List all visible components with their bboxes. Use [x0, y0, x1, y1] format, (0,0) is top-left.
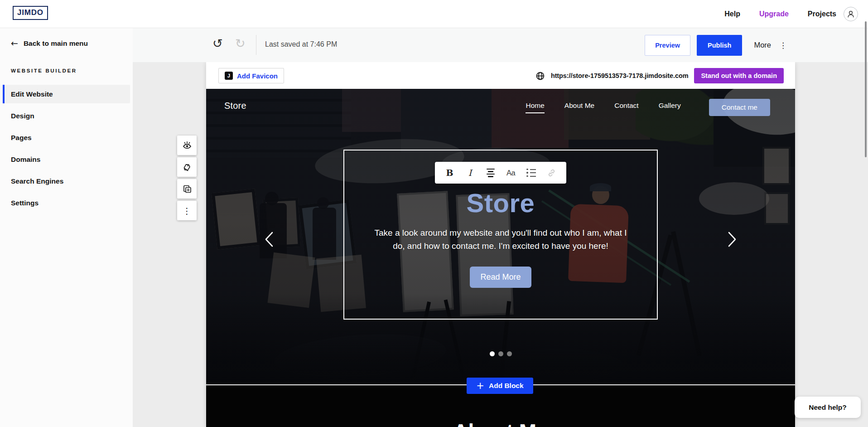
bullet-list-icon — [526, 169, 536, 177]
bold-button[interactable]: B — [442, 165, 458, 180]
site-nav-contact[interactable]: Contact — [614, 102, 638, 113]
favicon-placeholder-icon: J — [225, 72, 233, 80]
page-scrollbar[interactable] — [865, 21, 867, 157]
site-meta-bar: J Add Favicon https://store-1759513573-7… — [206, 62, 795, 89]
toolbar-divider — [256, 35, 256, 55]
header-nav: Help Upgrade Projects — [724, 0, 836, 28]
about-me-heading: About Me — [206, 419, 795, 427]
italic-button[interactable]: I — [463, 165, 478, 180]
add-favicon-button[interactable]: J Add Favicon — [218, 68, 284, 83]
read-more-button[interactable]: Read More — [470, 267, 531, 288]
site-url: https://store-1759513573-7178.jimdosite.… — [551, 72, 689, 79]
toolbar-actions: Preview Publish More ⋮ — [645, 28, 789, 62]
sidebar-item-design[interactable]: Design — [3, 107, 130, 125]
hero-paragraph[interactable]: Take a look around my website and you'll… — [206, 226, 795, 252]
account-avatar[interactable] — [844, 7, 858, 21]
link-button[interactable] — [544, 165, 559, 180]
stand-out-domain-button[interactable]: Stand out with a domain — [694, 68, 784, 83]
carousel-prev-icon[interactable] — [264, 231, 274, 247]
tags-icon — [182, 162, 193, 173]
jimdo-logo[interactable]: JIMDO — [13, 6, 48, 20]
sidebar-item-pages[interactable]: Pages — [3, 128, 130, 147]
globe-icon — [535, 71, 545, 81]
app-header: JIMDO Help Upgrade Projects — [0, 0, 868, 28]
carousel-dot-2[interactable] — [498, 351, 503, 356]
undo-icon[interactable]: ↺ — [212, 37, 223, 49]
hero-title[interactable]: Store — [206, 188, 795, 218]
copy-icon — [182, 184, 193, 194]
site-nav-gallery[interactable]: Gallery — [659, 102, 681, 113]
text-edit-toolbar: B I Aa — [435, 162, 566, 184]
link-icon — [547, 168, 556, 178]
upgrade-link[interactable]: Upgrade — [759, 10, 789, 18]
plus-icon: + — [476, 381, 484, 391]
projects-link[interactable]: Projects — [808, 10, 836, 18]
publish-button[interactable]: Publish — [697, 35, 742, 56]
site-url-group: https://store-1759513573-7178.jimdosite.… — [535, 68, 784, 83]
add-block-button[interactable]: + Add Block — [467, 378, 533, 394]
site-nav-links: Home About Me Contact Gallery Contact me — [526, 99, 770, 116]
sidebar-item-domains[interactable]: Domains — [3, 150, 130, 169]
carousel-dots — [206, 351, 795, 356]
duplicate-button[interactable] — [177, 179, 197, 199]
kebab-vertical-icon: ⋮ — [183, 206, 191, 216]
more-button[interactable]: More — [754, 41, 771, 49]
visibility-button[interactable] — [177, 136, 197, 155]
contact-me-button[interactable]: Contact me — [709, 99, 770, 116]
sidebar-section-title: WEBSITE BUILDER — [11, 68, 77, 73]
kebab-menu-icon[interactable]: ⋮ — [777, 41, 789, 50]
preview-button[interactable]: Preview — [645, 35, 690, 56]
site-navbar: Store Home About Me Contact Gallery Cont… — [206, 89, 795, 123]
jimdo-logo-text: JIMDO — [17, 8, 43, 17]
back-label: Back to main menu — [24, 39, 88, 48]
block-tools: ⋮ — [177, 136, 197, 220]
carousel-next-icon[interactable] — [727, 231, 737, 247]
sidebar-item-settings[interactable]: Settings — [3, 194, 130, 212]
sidebar-nav: Edit Website Design Pages Domains Search… — [0, 85, 133, 215]
person-icon — [846, 10, 855, 19]
help-link[interactable]: Help — [724, 10, 740, 18]
site-nav-about-me[interactable]: About Me — [564, 102, 594, 113]
block-more-options-button[interactable]: ⋮ — [177, 201, 197, 220]
carousel-dot-1[interactable] — [490, 351, 495, 356]
sidebar-item-edit-website[interactable]: Edit Website — [3, 85, 130, 103]
sidebar-item-search-engines[interactable]: Search Engines — [3, 172, 130, 190]
site-nav-home[interactable]: Home — [526, 102, 544, 113]
align-button[interactable] — [483, 165, 498, 180]
hero-section[interactable]: Store Home About Me Contact Gallery Cont… — [206, 89, 795, 384]
need-help-button[interactable]: Need help? — [795, 397, 861, 418]
back-arrow-icon: ← — [11, 39, 18, 48]
style-tags-button[interactable] — [177, 157, 197, 177]
editor-toolbar: ↺ ↻ Last saved at 7:46 PM Preview Publis… — [133, 28, 868, 62]
back-to-main-menu[interactable]: ← Back to main menu — [11, 39, 88, 48]
sidebar: ← Back to main menu WEBSITE BUILDER Edit… — [0, 28, 133, 427]
redo-icon[interactable]: ↻ — [235, 37, 246, 49]
align-center-icon — [487, 169, 495, 177]
eye-icon — [182, 140, 193, 151]
last-saved-status: Last saved at 7:46 PM — [265, 40, 337, 49]
font-style-button[interactable]: Aa — [503, 165, 519, 180]
carousel-dot-3[interactable] — [507, 351, 512, 356]
site-brand[interactable]: Store — [224, 101, 246, 111]
list-button[interactable] — [524, 165, 539, 180]
website-preview-panel: J Add Favicon https://store-1759513573-7… — [206, 62, 795, 427]
